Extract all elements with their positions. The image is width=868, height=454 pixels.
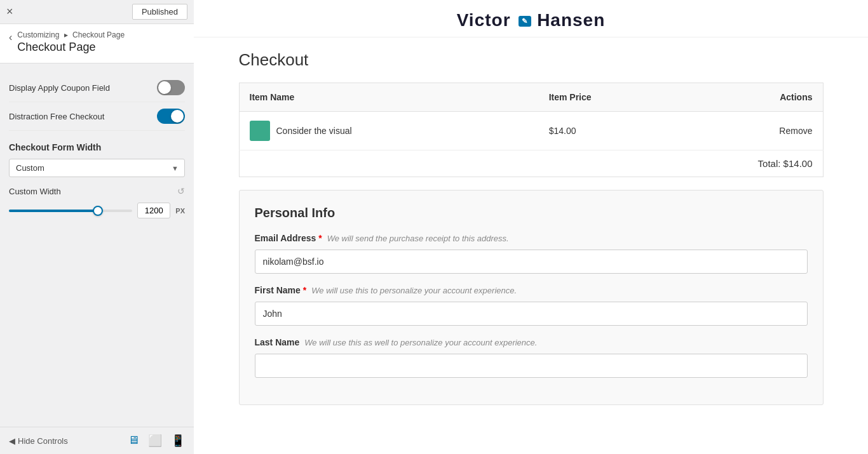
custom-width-row: Custom Width ↺ [9,186,185,196]
sidebar-content: Display Apply Coupon Field Distraction F… [0,63,194,427]
email-required-star: * [318,233,322,243]
back-button[interactable]: ‹ [9,32,12,43]
tablet-icon[interactable]: ⬜ [148,434,162,448]
col-item-name-header: Item Name [239,83,539,112]
remove-link[interactable]: Remove [779,126,812,136]
col-item-price-header: Item Price [539,83,692,112]
reset-icon[interactable]: ↺ [177,186,185,196]
slider-thumb[interactable] [93,206,103,216]
slider-row: 1200 PX [9,203,185,218]
sidebar-top-bar: × Published [0,0,194,24]
slider-fill [9,210,98,212]
site-title: Victor ✎ Hansen [457,10,606,30]
form-width-select[interactable]: Custom Full Width 960px 1200px [9,159,185,177]
coupon-label: Display Apply Coupon Field [9,83,110,93]
table-row: Consider the visual $14.00 Remove [239,112,823,150]
checkout-form-width-title: Checkout Form Width [9,142,185,152]
col-actions-header: Actions [692,83,823,112]
width-input[interactable]: 1200 [137,203,170,218]
item-actions-cell: Remove [692,112,823,150]
unit-label: PX [175,207,185,215]
hide-controls-label: Hide Controls [18,436,68,446]
email-group: Email Address * We will send the purchas… [255,233,808,274]
device-icons: 🖥 ⬜ 📱 [128,434,185,448]
width-slider[interactable] [9,205,132,217]
firstname-label-text: First Name [255,285,301,295]
breadcrumb-customizing: Customizing [17,30,59,39]
breadcrumb-page: Checkout Page [72,30,125,39]
firstname-group: First Name * We will use this to persona… [255,285,808,326]
email-label: Email Address * We will send the purchas… [255,233,808,243]
slider-track [9,210,132,212]
custom-width-label: Custom Width [9,187,61,196]
sidebar-footer: ◀ Hide Controls 🖥 ⬜ 📱 [0,427,194,454]
coupon-toggle[interactable] [157,80,185,95]
total-cell: Total: $14.00 [239,150,823,177]
firstname-input[interactable] [255,302,808,326]
firstname-hint: We will use this to personalize your acc… [311,286,517,295]
distraction-control-row: Distraction Free Checkout [9,102,185,131]
table-header-row: Item Name Item Price Actions [239,83,823,112]
checkout-area: Checkout Item Name Item Price Actions Co… [214,37,849,431]
main-content: Victor ✎ Hansen Checkout Item Name Item … [194,0,868,454]
coupon-control-row: Display Apply Coupon Field [9,74,185,102]
lastname-input[interactable] [255,354,808,378]
page-title: Checkout Page [17,41,125,54]
published-button[interactable]: Published [132,4,187,20]
total-row: Total: $14.00 [239,150,823,177]
site-title-part1: Victor [457,10,511,30]
site-title-part2: Hansen [537,10,605,30]
personal-info-heading: Personal Info [255,206,808,220]
desktop-icon[interactable]: 🖥 [128,434,139,448]
hide-controls-arrow-icon: ◀ [9,436,15,446]
distraction-toggle[interactable] [157,109,185,124]
checkout-heading: Checkout [239,50,824,70]
email-hint: We will send the purchase receipt to thi… [327,234,509,243]
site-header: Victor ✎ Hansen [194,0,868,37]
item-thumbnail [250,121,270,141]
item-price-cell: $14.00 [539,112,692,150]
firstname-required-star: * [303,285,306,295]
lastname-group: Last Name We will use this as well to pe… [255,337,808,378]
lastname-hint: We will use this as well to personalize … [304,338,537,347]
hide-controls-button[interactable]: ◀ Hide Controls [9,436,68,446]
breadcrumb: Customizing ▸ Checkout Page [17,30,125,39]
sidebar: × Published ‹ Customizing ▸ Checkout Pag… [0,0,194,454]
breadcrumb-block: Customizing ▸ Checkout Page Checkout Pag… [17,30,125,54]
edit-icon[interactable]: ✎ [519,16,531,27]
item-name-cell: Consider the visual [239,112,539,150]
email-input[interactable] [255,250,808,274]
close-button[interactable]: × [6,5,13,18]
personal-info-section: Personal Info Email Address * We will se… [239,190,824,405]
mobile-icon[interactable]: 📱 [171,434,185,448]
lastname-label: Last Name We will use this as well to pe… [255,337,808,347]
email-label-text: Email Address [255,233,316,243]
cart-table: Item Name Item Price Actions Consider th… [239,83,824,177]
breadcrumb-separator: ▸ [64,30,68,39]
lastname-label-text: Last Name [255,337,300,347]
form-width-select-wrapper: Custom Full Width 960px 1200px ▼ [9,159,185,177]
item-name-content: Consider the visual [250,121,529,141]
sidebar-header: ‹ Customizing ▸ Checkout Page Checkout P… [0,24,194,63]
firstname-label: First Name * We will use this to persona… [255,285,808,295]
distraction-label: Distraction Free Checkout [9,112,104,121]
item-name-text: Consider the visual [276,126,352,136]
